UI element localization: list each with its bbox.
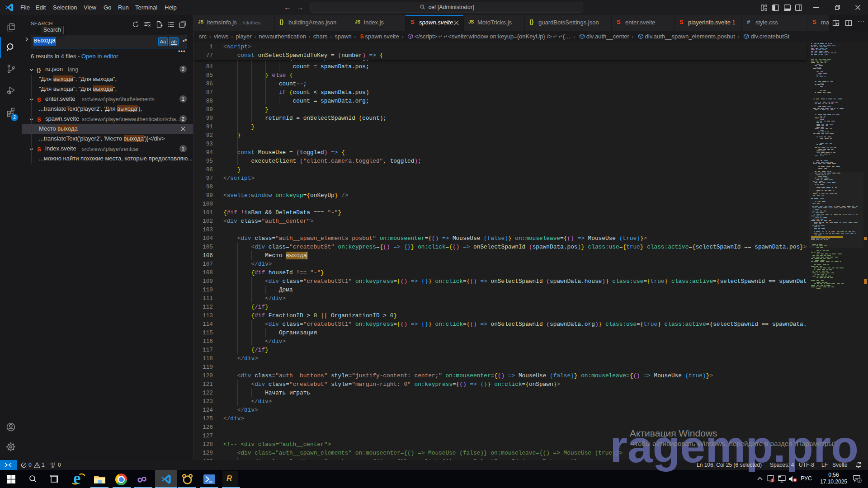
svg-text:1: 1 xyxy=(858,479,860,483)
